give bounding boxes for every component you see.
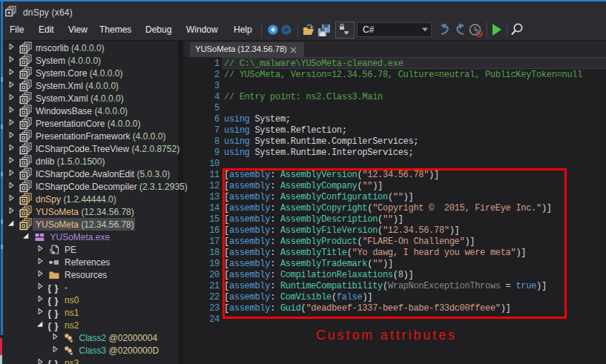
svg-text:}: } [55,282,59,293]
svg-text:{: { [48,320,51,331]
svg-text:}: } [55,320,59,331]
svg-text:}: } [55,294,59,305]
svg-text:{: { [48,282,51,293]
svg-text:}: } [55,307,59,318]
svg-text:{: { [48,294,51,305]
svg-text:{: { [48,307,51,318]
svg-text:{: { [48,357,51,364]
svg-text:}: } [55,357,59,364]
